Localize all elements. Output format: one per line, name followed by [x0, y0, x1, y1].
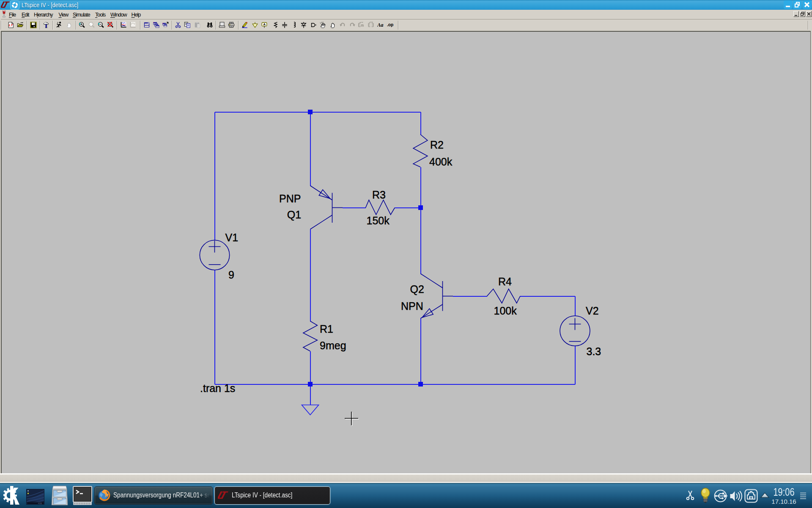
svg-text:Aa: Aa: [377, 22, 384, 28]
svg-text:.op: .op: [387, 22, 393, 27]
svg-text:LT: LT: [9, 23, 13, 27]
svg-text:KDE: KDE: [38, 502, 42, 505]
svg-text:A: A: [263, 22, 266, 26]
